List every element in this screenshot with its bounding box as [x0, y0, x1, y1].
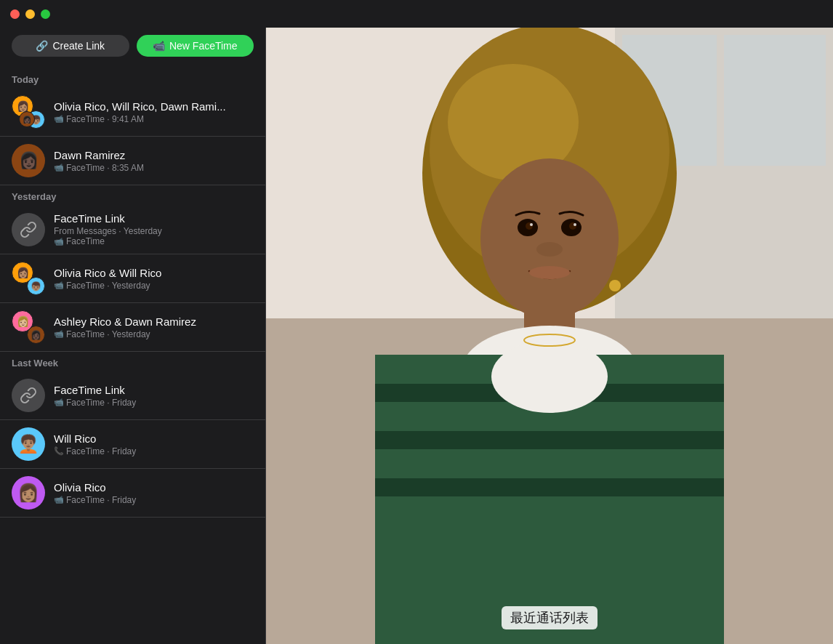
- caption-text: 最近通话列表: [502, 606, 597, 629]
- contact-name-ashley-dawn: Ashley Rico & Dawn Ramirez: [54, 315, 254, 328]
- svg-point-24: [536, 242, 563, 257]
- contact-sub-will: 📞 FaceTime · Friday: [54, 446, 254, 456]
- create-link-label: Create Link: [52, 40, 105, 52]
- avatar-will-3: 🧑🏽‍🦱: [12, 427, 45, 461]
- contact-item-dawn[interactable]: 👩🏿 Dawn Ramirez 📹 FaceTime · 8:35 AM: [0, 137, 265, 185]
- contact-sub-text-link-1a: From Messages · Yesterday: [54, 226, 162, 236]
- close-button[interactable]: [10, 9, 20, 19]
- create-link-button[interactable]: 🔗 Create Link: [12, 35, 129, 57]
- svg-point-25: [529, 266, 570, 279]
- svg-point-17: [609, 280, 621, 291]
- contact-sub-olivia-will: 📹 FaceTime · Yesterday: [54, 281, 254, 291]
- avatar-dawn-2: 👩🏿: [27, 326, 45, 344]
- contact-sub-text-dawn: FaceTime · 8:35 AM: [66, 163, 144, 173]
- contact-item-group-olivia[interactable]: 👩🏽 👦🏽 👩🏿 Olivia Rico, Will Rico, Dawn Ra…: [0, 88, 265, 137]
- minimize-button[interactable]: [25, 9, 35, 19]
- contact-info-link-1: FaceTime Link From Messages · Yesterday …: [54, 212, 254, 246]
- video-icon-2: 📹: [54, 163, 64, 172]
- new-facetime-button[interactable]: 📹 New FaceTime: [137, 35, 254, 57]
- contact-sub-olivia-solo: 📹 FaceTime · Friday: [54, 495, 254, 505]
- contact-info-olivia-will: Olivia Rico & Will Rico 📹 FaceTime · Yes…: [54, 267, 254, 291]
- contact-name-link-1: FaceTime Link: [54, 212, 254, 225]
- new-facetime-label: New FaceTime: [169, 40, 238, 52]
- contact-item-facetime-link-1[interactable]: FaceTime Link From Messages · Yesterday …: [0, 205, 265, 254]
- action-buttons: 🔗 Create Link 📹 New FaceTime: [0, 28, 265, 68]
- section-last-week: Last Week: [0, 352, 265, 371]
- avatar-olivia-circle: 👩🏽: [12, 476, 45, 510]
- avatar-group-olivia: 👩🏽 👦🏽 👩🏿: [12, 95, 45, 129]
- contact-sub-link-1a: From Messages · Yesterday: [54, 226, 254, 236]
- contact-sub-text-link-1b: FaceTime: [66, 236, 105, 246]
- video-icon-5: 📹: [54, 495, 64, 504]
- video-icon-link2: 📹: [54, 398, 64, 407]
- avatar-ashley-dawn: 👩🏼 👩🏿: [12, 310, 45, 344]
- link-icon-circle-1: [12, 213, 45, 246]
- avatar-link-1: [12, 213, 45, 246]
- contact-name-dawn: Dawn Ramirez: [54, 149, 254, 161]
- contact-name-group-olivia: Olivia Rico, Will Rico, Dawn Rami...: [54, 100, 254, 113]
- contact-name-link-2: FaceTime Link: [54, 384, 254, 396]
- svg-point-8: [480, 158, 619, 318]
- contact-sub-link-2: 📹 FaceTime · Friday: [54, 398, 254, 408]
- avatar-link-2: [12, 379, 45, 412]
- video-icon-1: 📹: [54, 114, 64, 124]
- maximize-button[interactable]: [41, 9, 50, 19]
- right-panel: 最近通话列表: [266, 28, 833, 644]
- contact-sub-link-1b: 📹 FaceTime: [54, 236, 254, 246]
- avatar-dawn: 👩🏿: [12, 144, 45, 177]
- video-icon-4: 📹: [54, 329, 64, 339]
- contact-sub-text-will: FaceTime · Friday: [66, 446, 136, 456]
- phone-icon-will: 📞: [54, 446, 64, 456]
- contact-info-ashley-dawn: Ashley Rico & Dawn Ramirez 📹 FaceTime · …: [54, 315, 254, 339]
- contact-item-ashley-dawn[interactable]: 👩🏼 👩🏿 Ashley Rico & Dawn Ramirez 📹 FaceT…: [0, 303, 265, 352]
- svg-point-15: [491, 340, 608, 413]
- svg-rect-13: [375, 431, 724, 449]
- contact-sub-group-olivia: 📹 FaceTime · 9:41 AM: [54, 114, 254, 124]
- contact-sub-text-os: FaceTime · Friday: [66, 495, 136, 505]
- contact-item-facetime-link-2[interactable]: FaceTime Link 📹 FaceTime · Friday: [0, 371, 265, 420]
- contact-item-olivia-solo[interactable]: 👩🏽 Olivia Rico 📹 FaceTime · Friday: [0, 469, 265, 518]
- section-today: Today: [0, 68, 265, 88]
- contact-sub-ashley-dawn: 📹 FaceTime · Yesterday: [54, 329, 254, 339]
- avatar-will-2: 👦🏽: [27, 277, 45, 295]
- video-camera-icon: 📹: [153, 40, 165, 52]
- avatar-dawn-circle: 👩🏿: [12, 144, 45, 177]
- link-icon-circle-2: [12, 379, 45, 412]
- contact-info-group-olivia: Olivia Rico, Will Rico, Dawn Rami... 📹 F…: [54, 100, 254, 124]
- contact-sub-text-ow: FaceTime · Yesterday: [66, 281, 150, 291]
- contact-info-dawn: Dawn Ramirez 📹 FaceTime · 8:35 AM: [54, 149, 254, 173]
- video-icon-3: 📹: [54, 281, 64, 290]
- contact-sub-text-1: FaceTime · 9:41 AM: [66, 114, 144, 124]
- section-yesterday: Yesterday: [0, 185, 265, 205]
- video-icon-link1: 📹: [54, 237, 64, 246]
- contact-list: Today 👩🏽 👦🏽 👩🏿 Olivia Rico, Will Rico, D…: [0, 68, 265, 644]
- contact-sub-dawn: 📹 FaceTime · 8:35 AM: [54, 163, 254, 173]
- contact-name-will: Will Rico: [54, 432, 254, 445]
- svg-rect-3: [724, 35, 826, 166]
- contact-name-olivia-solo: Olivia Rico: [54, 481, 254, 494]
- svg-rect-14: [375, 478, 724, 496]
- caption-area: 最近通话列表: [502, 606, 597, 629]
- sidebar: 🔗 Create Link 📹 New FaceTime Today 👩🏽 👦🏽…: [0, 28, 265, 644]
- main-layout: 🔗 Create Link 📹 New FaceTime Today 👩🏽 👦🏽…: [0, 28, 833, 644]
- svg-point-22: [530, 223, 533, 226]
- avatar-olivia-solo: 👩🏽: [12, 476, 45, 510]
- contact-info-olivia-solo: Olivia Rico 📹 FaceTime · Friday: [54, 481, 254, 505]
- contact-sub-text-link-2: FaceTime · Friday: [66, 398, 136, 408]
- avatar-dawn-small: 👩🏿: [19, 111, 35, 127]
- avatar-olivia-will: 👩🏽 👦🏽: [12, 262, 45, 295]
- contact-item-olivia-will[interactable]: 👩🏽 👦🏽 Olivia Rico & Will Rico 📹 FaceTime…: [0, 254, 265, 303]
- link-icon: 🔗: [36, 40, 48, 52]
- contact-sub-text-ad: FaceTime · Yesterday: [66, 329, 150, 339]
- svg-point-23: [574, 223, 576, 226]
- contact-info-link-2: FaceTime Link 📹 FaceTime · Friday: [54, 384, 254, 408]
- background-photo: 最近通话列表: [266, 28, 833, 644]
- avatar-will-circle: 🧑🏽‍🦱: [12, 427, 45, 461]
- title-bar: [0, 0, 833, 28]
- contact-name-olivia-will: Olivia Rico & Will Rico: [54, 267, 254, 279]
- contact-item-will[interactable]: 🧑🏽‍🦱 Will Rico 📞 FaceTime · Friday: [0, 420, 265, 469]
- contact-info-will: Will Rico 📞 FaceTime · Friday: [54, 432, 254, 456]
